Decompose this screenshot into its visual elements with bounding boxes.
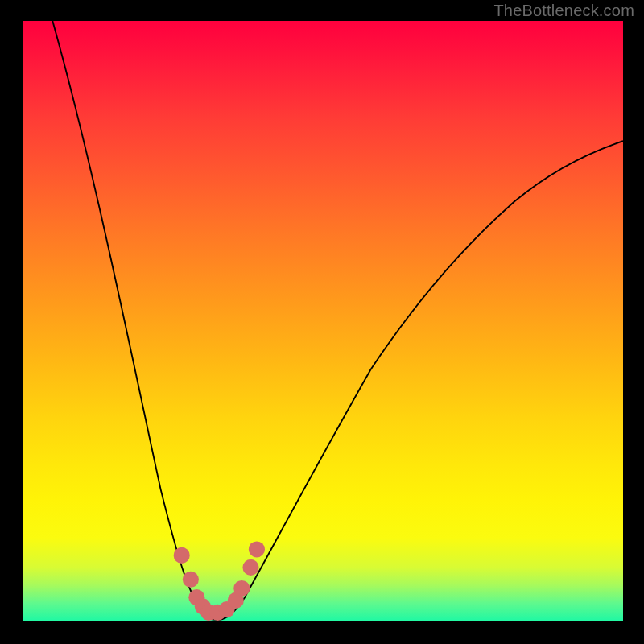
watermark-text: TheBottleneck.com [493,2,634,20]
svg-point-0 [174,547,190,564]
curve-layer [23,21,623,621]
svg-point-1 [183,572,199,588]
svg-point-9 [242,559,258,576]
svg-point-10 [249,541,265,557]
valley-markers [174,541,265,620]
chart-frame: TheBottleneck.com [0,0,644,644]
bottleneck-curve [52,21,623,620]
svg-point-8 [233,580,250,597]
